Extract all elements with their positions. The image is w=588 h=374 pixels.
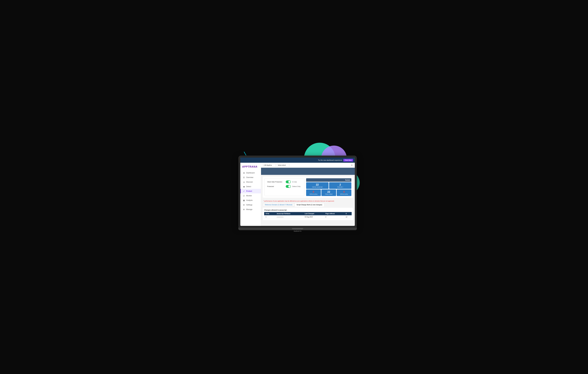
stat-external-js-label: External J <box>331 186 350 188</box>
warning-text: * performance of your application may be… <box>263 199 353 203</box>
cell-filename: ●●●●●●●● <box>275 215 303 219</box>
tab-reference-domains[interactable]: Reference Domains (2 allowed / 9 Blocked… <box>263 203 294 207</box>
laptop-screen: Try the new dashboard experience Click H… <box>240 158 355 226</box>
sidebar-item-detect-label: Detect <box>246 186 251 187</box>
stat-without-policy-2: 0 Without policy <box>337 189 351 196</box>
stats-grid-top: 22 Internal Javascript 2 External J <box>306 182 351 189</box>
javascript-changes-table: Sl No Javascript FileName Last Changed P… <box>264 212 352 219</box>
tabs-row: Reference Domains (2 allowed / 9 Blocked… <box>263 203 353 207</box>
col-filename: Javascript FileName <box>275 212 303 215</box>
discover-icon: ◎ <box>243 181 245 183</box>
cell-page-reffered: 2 <box>324 215 344 219</box>
overview-icon: ☰ <box>243 176 245 179</box>
sidebar-item-overview[interactable]: ☰ Overview <box>240 175 261 180</box>
detect-icon: ◉ <box>243 186 245 188</box>
banner-click-here-button[interactable]: Click Here <box>343 159 353 162</box>
sidebar-item-settings-label: Settings <box>246 204 252 206</box>
cell-last-changed: 02 Aug 2024 <box>303 215 324 219</box>
sidebar-item-dashboard[interactable]: ⊞ Dashboard <box>240 171 261 175</box>
table-section: Changes allowed to javascript Sl No Java… <box>263 208 353 220</box>
analysis-icon: ▦ <box>243 199 245 201</box>
protection-section: Client Side Protection In Use Prot <box>263 176 353 198</box>
protect-icon: ✓ <box>243 190 245 192</box>
sidebar-item-settings[interactable]: ⚙ Settings <box>240 203 261 207</box>
stat-without-policy-1: 0 Without policy <box>306 189 321 196</box>
stat-internal-js: 22 Internal Javascript <box>306 182 328 189</box>
content-area: [ All Applica beta.indust 16 <box>261 163 355 226</box>
tab-script-change-alerts[interactable]: Script Change Alerts (1 new changes) <box>294 203 324 207</box>
main-layout: APPTRANA ⊞ Dashboard ☰ Overview ◎ Discov… <box>240 163 355 226</box>
table-title: Changes allowed to javascript <box>264 209 352 211</box>
stat-policy-added-label: Policy Added <box>323 193 335 195</box>
settings-icon: ⚙ <box>243 204 245 206</box>
table-header-row: Sl No Javascript FileName Last Changed P… <box>264 212 352 215</box>
stat-without-policy-2-label: Without policy <box>338 193 350 195</box>
protected-label: Protected <box>267 186 284 187</box>
summary-area: Summ 22 Internal Javascript 2 <box>306 178 351 196</box>
banner-text: Try the new dashboard experience <box>318 159 342 161</box>
client-side-protection-row: Client Side Protection In Use <box>267 180 302 183</box>
content-header-bar <box>261 168 355 175</box>
laptop-screen-border: Try the new dashboard experience Click H… <box>238 155 357 227</box>
laptop-model-label: MacBook Pro <box>238 231 357 232</box>
sidebar-item-analysis[interactable]: ▦ Analysis <box>240 198 261 203</box>
sidebar-item-protect-label: Protect <box>246 190 252 192</box>
stat-internal-js-number: 22 <box>308 183 327 186</box>
stats-grid-bottom: 0 Without policy 22 Policy Added <box>306 189 351 196</box>
protected-row: Protected Detect Only <box>267 185 302 188</box>
cell-sl-no: 1 <box>264 215 275 219</box>
stat-without-policy-1-label: Without policy <box>308 193 319 195</box>
page-number: 16 <box>350 164 353 166</box>
protected-toggle[interactable] <box>286 185 291 188</box>
sidebar-item-detect[interactable]: ◉ Detect <box>240 184 261 189</box>
domain-dropdown[interactable]: beta.indust <box>277 164 289 167</box>
monitor-icon: ☑ <box>243 195 245 197</box>
cell-s: cd <box>344 215 352 219</box>
sidebar-item-overview-label: Overview <box>246 176 253 178</box>
col-page-reffered: Page reffered <box>324 212 344 215</box>
laptop-notch <box>292 228 303 229</box>
sidebar-item-monitor-label: Monitor <box>246 195 252 197</box>
stat-internal-js-label: Internal Javascript <box>308 186 327 188</box>
sidebar-item-discover[interactable]: ◎ Discover <box>240 180 261 184</box>
sidebar-item-manage-label: Manage <box>246 209 252 210</box>
stat-external-js-number: 2 <box>331 183 350 186</box>
app-dropdown[interactable]: [ All Applica <box>262 164 276 167</box>
col-sl-no: Sl No <box>264 212 275 215</box>
sidebar-item-analysis-label: Analysis <box>246 199 253 201</box>
sidebar-item-protect[interactable]: ✓ Protect <box>240 189 261 193</box>
header-row: [ All Applica beta.indust 16 <box>261 163 355 168</box>
protection-controls: Client Side Protection In Use Prot <box>264 178 304 196</box>
logo: APPTRANA <box>240 164 261 171</box>
laptop: Try the new dashboard experience Click H… <box>238 155 357 228</box>
stat-external-js: 2 External J <box>329 182 352 189</box>
client-side-protection-label: Client Side Protection <box>267 181 284 183</box>
client-side-toggle[interactable] <box>286 180 291 183</box>
sidebar-item-dashboard-label: Dashboard <box>246 172 255 174</box>
col-s: S <box>344 212 352 215</box>
stat-policy-added: 22 Policy Added <box>321 189 336 196</box>
sidebar-item-monitor[interactable]: ☑ Monitor <box>240 193 261 198</box>
sidebar-item-manage[interactable]: ⚙ Manage <box>240 207 261 212</box>
manage-icon: ⚙ <box>243 208 245 210</box>
scene: Try the new dashboard experience Click H… <box>230 143 358 231</box>
stat-policy-added-number: 22 <box>323 191 335 193</box>
stat-without-policy-2-number: 0 <box>338 191 350 193</box>
detect-only-label: Detect Only <box>292 186 300 187</box>
sidebar-item-discover-label: Discover <box>246 181 253 183</box>
table-row: 1 ●●●●●●●● 02 Aug 2024 2 cd <box>264 215 352 219</box>
sidebar: APPTRANA ⊞ Dashboard ☰ Overview ◎ Discov… <box>240 163 261 226</box>
content-body: Client Side Protection In Use Prot <box>261 175 355 226</box>
summary-header: Summ <box>306 178 351 182</box>
top-banner: Try the new dashboard experience Click H… <box>240 158 355 163</box>
col-last-changed: Last Changed <box>303 212 324 215</box>
in-use-label: In Use <box>292 181 297 183</box>
dashboard-icon: ⊞ <box>243 172 245 174</box>
laptop-base <box>238 227 357 230</box>
stat-without-policy-1-number: 0 <box>308 191 319 193</box>
